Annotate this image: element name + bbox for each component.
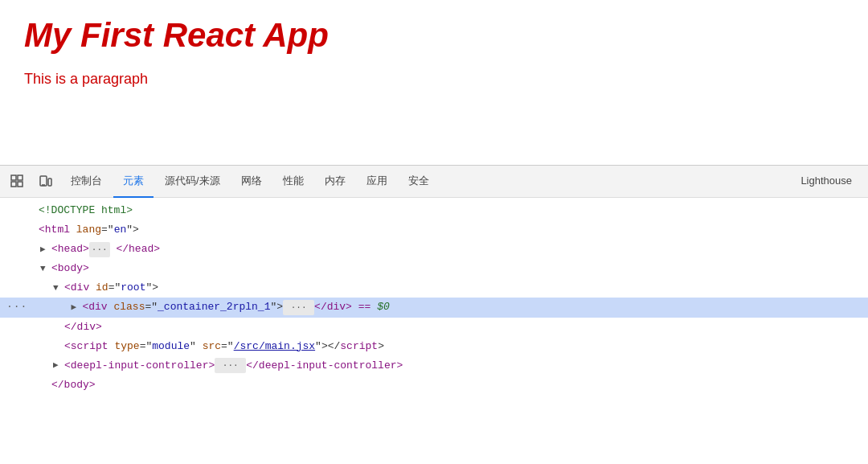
browser-preview: My First React App This is a paragraph	[0, 0, 868, 165]
tab-application[interactable]: 应用	[357, 166, 397, 198]
svg-rect-1	[18, 175, 23, 180]
svg-rect-4	[40, 176, 47, 186]
script-src-link[interactable]: /src/main.jsx	[234, 338, 315, 355]
app-title: My First React App	[24, 16, 844, 55]
svg-rect-5	[48, 179, 51, 186]
dom-head: <head> ··· </head>	[0, 240, 868, 259]
svg-rect-2	[11, 182, 16, 187]
tab-sources[interactable]: 源代码/来源	[155, 166, 230, 198]
dom-div-container[interactable]: ··· <div class="_container_2rpln_1"> ···…	[0, 298, 868, 317]
tab-console[interactable]: 控制台	[61, 166, 112, 198]
tab-lighthouse[interactable]: Lighthouse	[791, 166, 862, 198]
tab-performance[interactable]: 性能	[273, 166, 313, 198]
arrow-div-root[interactable]	[53, 281, 63, 296]
arrow-div-container[interactable]	[71, 300, 80, 315]
dom-div-root: <div id="root">	[0, 278, 868, 298]
dom-deepl: <deepl-input-controller> ··· </deepl-inp…	[0, 356, 868, 376]
tab-security[interactable]: 安全	[399, 166, 439, 198]
dom-script: <script type="module" src="/src/main.jsx…	[0, 337, 868, 356]
svg-rect-0	[11, 175, 16, 180]
tab-memory[interactable]: 内存	[315, 166, 355, 198]
tab-elements[interactable]: 元素	[113, 166, 154, 198]
devtools-tabs-bar: 控制台 元素 源代码/来源 网络 性能 内存 应用 安全 Lighthouse	[0, 166, 868, 198]
dom-body-open: <body>	[0, 259, 868, 278]
dom-html: <html lang="en">	[0, 220, 868, 240]
dom-doctype: <!DOCTYPE html>	[0, 201, 868, 220]
dom-body-close: </body>	[0, 376, 868, 395]
devtools-panel: 控制台 元素 源代码/来源 网络 性能 内存 应用 安全 Lighthouse …	[0, 165, 868, 398]
arrow-head[interactable]	[40, 242, 50, 257]
svg-rect-3	[18, 182, 23, 187]
device-icon[interactable]	[34, 170, 56, 193]
dom-tree: <!DOCTYPE html> <html lang="en"> <head> …	[0, 198, 868, 398]
arrow-body[interactable]	[40, 261, 50, 277]
inspect-icon[interactable]	[6, 170, 29, 193]
tab-network[interactable]: 网络	[231, 166, 272, 198]
arrow-deepl[interactable]	[53, 358, 63, 373]
dom-div-root-close: </div>	[0, 318, 868, 337]
app-paragraph: This is a paragraph	[24, 71, 844, 88]
